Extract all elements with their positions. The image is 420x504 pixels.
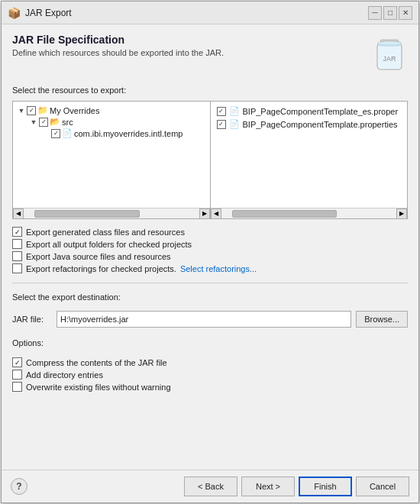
properties-file-icon: 📄 bbox=[229, 119, 240, 129]
horizontal-scrollbar-left[interactable]: ◀ ▶ bbox=[13, 208, 210, 218]
finish-button[interactable]: Finish bbox=[299, 477, 352, 496]
export-output-folders-checkbox[interactable] bbox=[12, 239, 22, 249]
tree-checkbox[interactable] bbox=[217, 107, 226, 116]
expand-icon[interactable]: ▼ bbox=[30, 118, 37, 126]
export-class-files-label: Export generated class files and resourc… bbox=[26, 228, 185, 237]
tree-item-label: My Overrides bbox=[50, 106, 99, 115]
content-area: JAR File Specification Define which reso… bbox=[2, 24, 418, 470]
scroll-thumb[interactable] bbox=[232, 210, 338, 218]
minimize-button[interactable]: ─ bbox=[368, 6, 382, 20]
header-text: JAR File Specification Define which reso… bbox=[12, 34, 363, 57]
tree-content-right: 📄 BIP_PageComponentTemplate_es.proper 📄 … bbox=[211, 102, 408, 134]
window-title: JAR Export bbox=[25, 8, 72, 18]
maximize-button[interactable]: □ bbox=[383, 6, 397, 20]
select-refactorings-link[interactable]: Select refactorings... bbox=[180, 264, 257, 273]
src-folder-icon: 📂 bbox=[50, 117, 60, 127]
header-section: JAR File Specification Define which reso… bbox=[12, 34, 408, 76]
scroll-left-arrow[interactable]: ◀ bbox=[13, 208, 24, 219]
tree-content-left: ▼ 📁 My Overrides ▼ 📂 src bbox=[13, 102, 210, 142]
scroll-left-arrow[interactable]: ◀ bbox=[211, 208, 221, 219]
option-row[interactable]: Overwrite existing files without warning bbox=[12, 382, 408, 392]
add-dir-entries-checkbox[interactable] bbox=[12, 370, 22, 380]
page-title: JAR File Specification bbox=[12, 34, 363, 46]
export-refactorings-checkbox[interactable] bbox=[12, 263, 22, 273]
browse-button[interactable]: Browse... bbox=[356, 311, 408, 328]
tree-panel: ▼ 📁 My Overrides ▼ 📂 src bbox=[12, 101, 408, 219]
svg-rect-3 bbox=[379, 44, 400, 47]
tree-item[interactable]: ▶ 📄 com.ibi.myoverrides.intl.temp bbox=[16, 128, 207, 139]
divider bbox=[12, 283, 408, 283]
nav-buttons: < Back Next > Finish Cancel bbox=[184, 477, 409, 496]
next-button[interactable]: Next > bbox=[241, 477, 295, 496]
scroll-right-arrow[interactable]: ▶ bbox=[199, 208, 210, 219]
file-icon: 📄 bbox=[62, 128, 73, 138]
export-output-folders-label: Export all output folders for checked pr… bbox=[26, 240, 192, 249]
tree-checkbox[interactable] bbox=[39, 118, 48, 127]
tree-checkbox[interactable] bbox=[217, 120, 226, 129]
bottom-bar: ? < Back Next > Finish Cancel bbox=[2, 470, 418, 502]
page-description: Define which resources should be exporte… bbox=[12, 48, 363, 57]
title-bar-left: 📦 JAR Export bbox=[8, 7, 72, 19]
tree-item-label: BIP_PageComponentTemplate_es.proper bbox=[243, 107, 399, 116]
compress-checkbox[interactable] bbox=[12, 357, 22, 367]
scroll-right-arrow[interactable]: ▶ bbox=[396, 208, 407, 219]
jar-file-row: JAR file: Browse... bbox=[12, 311, 408, 328]
option-row[interactable]: Compress the contents of the JAR file bbox=[12, 357, 408, 367]
scroll-thumb[interactable] bbox=[34, 210, 140, 218]
svg-text:JAR: JAR bbox=[383, 55, 396, 63]
properties-file-icon: 📄 bbox=[229, 106, 240, 116]
compress-label: Compress the contents of the JAR file bbox=[26, 358, 167, 367]
tree-item[interactable]: ▼ 📂 src bbox=[16, 116, 207, 128]
tree-checkbox[interactable] bbox=[27, 106, 36, 115]
export-class-files-checkbox[interactable] bbox=[12, 227, 22, 237]
title-bar: 📦 JAR Export ─ □ ✕ bbox=[2, 2, 418, 24]
options-section: Compress the contents of the JAR file Ad… bbox=[12, 357, 408, 392]
jar-image-icon: JAR bbox=[371, 34, 408, 76]
horizontal-scrollbar-right[interactable]: ◀ ▶ bbox=[211, 208, 408, 218]
export-option-row[interactable]: Export generated class files and resourc… bbox=[12, 227, 408, 237]
export-option-row[interactable]: Export Java source files and resources bbox=[12, 251, 408, 261]
tree-panel-left[interactable]: ▼ 📁 My Overrides ▼ 📂 src bbox=[13, 102, 211, 218]
back-button[interactable]: < Back bbox=[184, 477, 237, 496]
tree-item-label: com.ibi.myoverrides.intl.temp bbox=[74, 129, 183, 138]
close-button[interactable]: ✕ bbox=[399, 6, 412, 20]
tree-item[interactable]: ▼ 📁 My Overrides bbox=[16, 105, 207, 116]
jar-file-label: JAR file: bbox=[12, 315, 52, 324]
overwrite-checkbox[interactable] bbox=[12, 382, 22, 392]
expand-icon[interactable]: ▼ bbox=[18, 107, 25, 115]
resources-label: Select the resources to export: bbox=[12, 86, 408, 95]
export-option-row[interactable]: Export refactorings for checked projects… bbox=[12, 263, 408, 273]
window-icon: 📦 bbox=[8, 7, 21, 19]
tree-item[interactable]: 📄 BIP_PageComponentTemplate.properties bbox=[214, 118, 405, 131]
option-row[interactable]: Add directory entries bbox=[12, 370, 408, 380]
export-source-label: Export Java source files and resources bbox=[26, 252, 171, 261]
export-dest-label: Select the export destination: bbox=[12, 292, 408, 302]
cancel-button[interactable]: Cancel bbox=[356, 477, 409, 496]
export-refactorings-label: Export refactorings for checked projects… bbox=[26, 264, 176, 273]
export-options-section: Export generated class files and resourc… bbox=[12, 227, 408, 273]
help-button[interactable]: ? bbox=[11, 478, 27, 495]
overwrite-label: Overwrite existing files without warning bbox=[26, 383, 171, 392]
options-label: Options: bbox=[12, 338, 408, 347]
tree-checkbox[interactable] bbox=[51, 129, 60, 138]
export-source-checkbox[interactable] bbox=[12, 251, 22, 261]
folder-icon: 📁 bbox=[37, 105, 48, 115]
tree-item-label: BIP_PageComponentTemplate.properties bbox=[243, 120, 398, 129]
jar-file-input[interactable] bbox=[57, 311, 351, 328]
add-dir-entries-label: Add directory entries bbox=[26, 370, 103, 380]
title-bar-controls: ─ □ ✕ bbox=[368, 6, 412, 20]
jar-export-window: 📦 JAR Export ─ □ ✕ JAR File Specificatio… bbox=[1, 1, 419, 503]
tree-item-label: src bbox=[62, 118, 73, 127]
tree-item[interactable]: 📄 BIP_PageComponentTemplate_es.proper bbox=[214, 105, 405, 118]
tree-panel-right[interactable]: 📄 BIP_PageComponentTemplate_es.proper 📄 … bbox=[211, 102, 408, 218]
export-option-row[interactable]: Export all output folders for checked pr… bbox=[12, 239, 408, 249]
